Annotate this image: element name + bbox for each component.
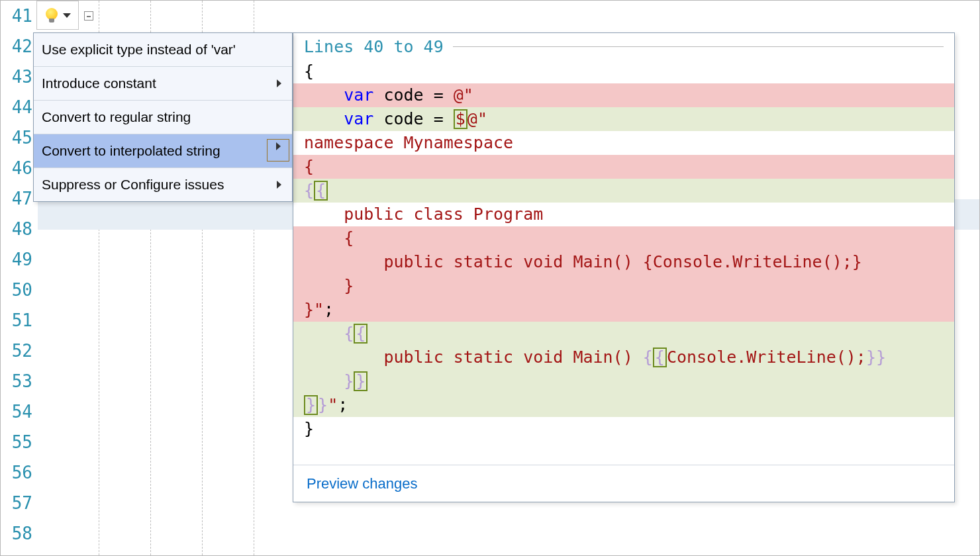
menu-item-introduce-constant[interactable]: Introduce constant <box>34 67 292 100</box>
diff-line-added: }}"; <box>293 393 954 417</box>
diff-line-added: {{ <box>293 322 954 346</box>
diff-insert-highlight: $ <box>454 109 467 129</box>
code-line[interactable] <box>38 550 979 556</box>
diff-line: namespace Mynamespace <box>293 131 954 155</box>
line-number: 53 <box>1 366 36 396</box>
menu-item-convert-interpolated-string[interactable]: Convert to interpolated string <box>34 134 292 167</box>
line-number: 45 <box>1 122 36 153</box>
preview-header-label: Lines 40 to 49 <box>304 37 444 56</box>
line-number: 55 <box>1 427 36 457</box>
line-number: 47 <box>1 183 36 214</box>
diff-line-removed: { <box>293 155 954 179</box>
preview-diff-body: { var code = @" var code = $@" namespace… <box>293 60 954 465</box>
submenu-arrow-boxed[interactable] <box>267 139 289 162</box>
preview-changes-link[interactable]: Preview changes <box>293 465 954 502</box>
header-rule <box>453 46 944 47</box>
line-number: 54 <box>1 396 36 427</box>
diff-line-added: }} <box>293 369 954 393</box>
diff-line-added: public static void Main() {{Console.Writ… <box>293 346 954 369</box>
diff-line-removed: public static void Main() {Console.Write… <box>293 250 954 274</box>
line-number: 42 <box>1 31 36 62</box>
line-number: 48 <box>1 214 36 244</box>
menu-item-label: Convert to regular string <box>42 109 191 124</box>
menu-item-label: Use explicit type instead of 'var' <box>42 42 236 57</box>
outline-collapse-icon[interactable] <box>84 11 93 21</box>
preview-footer-label: Preview changes <box>307 475 418 492</box>
line-number: 51 <box>1 305 36 336</box>
menu-item-suppress-configure[interactable]: Suppress or Configure issues <box>34 168 292 201</box>
line-number: 58 <box>1 518 36 549</box>
diff-line-removed: var code = @" <box>293 83 954 107</box>
line-number-gutter: 41 42 43 44 45 46 47 48 49 50 51 52 53 5… <box>1 1 36 555</box>
line-number: 46 <box>1 153 36 183</box>
diff-insert-highlight: { <box>354 324 368 344</box>
menu-item-label: Introduce constant <box>42 75 156 91</box>
line-number: 44 <box>1 92 36 122</box>
lightbulb-icon <box>44 8 59 23</box>
diff-line-added: var code = $@" <box>293 107 954 131</box>
menu-item-label: Suppress or Configure issues <box>42 177 224 192</box>
menu-item-convert-regular-string[interactable]: Convert to regular string <box>34 101 292 134</box>
diff-insert-highlight: { <box>653 348 667 367</box>
line-number: 57 <box>1 488 36 518</box>
diff-line: } <box>293 417 954 441</box>
code-fix-preview-panel: Lines 40 to 49 { var code = @" var code … <box>293 32 955 502</box>
chevron-down-icon <box>63 13 71 18</box>
diff-line-removed: }"; <box>293 298 954 322</box>
line-number: 41 <box>1 1 36 31</box>
diff-line-added: {{ <box>293 179 954 203</box>
submenu-arrow-icon <box>276 142 281 150</box>
submenu-arrow-icon <box>277 181 281 189</box>
line-number: 49 <box>1 244 36 275</box>
line-number: 50 <box>1 275 36 305</box>
quick-actions-bulb-button[interactable] <box>36 1 79 30</box>
diff-line-removed: } <box>293 274 954 298</box>
diff-insert-highlight: { <box>314 181 328 201</box>
preview-header: Lines 40 to 49 <box>293 33 954 60</box>
submenu-arrow-icon <box>277 79 281 87</box>
line-number: 56 <box>1 457 36 488</box>
diff-insert-highlight: } <box>354 371 368 391</box>
menu-item-label: Convert to interpolated string <box>42 143 220 158</box>
menu-item-use-explicit-type[interactable]: Use explicit type instead of 'var' <box>34 33 292 66</box>
diff-insert-highlight: } <box>304 395 318 415</box>
diff-line-removed: { <box>293 226 954 250</box>
line-number: 52 <box>1 336 36 366</box>
line-number: 43 <box>1 62 36 92</box>
diff-line <box>293 441 954 465</box>
diff-line: public class Program <box>293 203 954 226</box>
quick-actions-menu: Use explicit type instead of 'var' Intro… <box>33 32 293 202</box>
diff-line: { <box>293 60 954 83</box>
